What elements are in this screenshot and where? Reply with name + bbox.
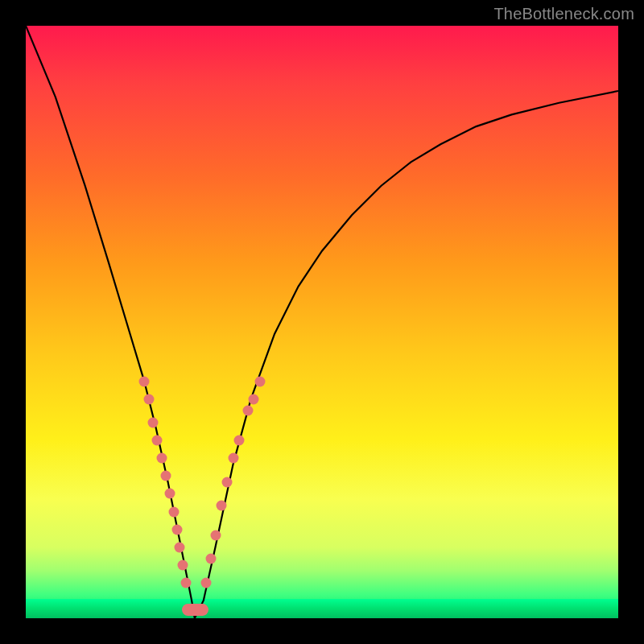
curve-marker [216,501,226,511]
curve-marker [180,577,191,588]
curve-bottom-cluster [182,604,208,616]
curve-marker [233,436,244,446]
watermark-text: TheBottleneck.com [493,5,634,23]
curve-marker [201,577,212,588]
curve-marker [228,453,238,464]
curve-marker [161,471,171,481]
curve-marker [139,376,150,386]
curve-marker [210,530,221,540]
chart-frame: TheBottleneck.com [0,0,644,644]
curve-marker [164,489,175,499]
bottleneck-curve [26,26,618,618]
curve-marker [243,406,254,416]
curve-marker [157,453,167,464]
curve-marker [178,559,188,570]
curve-marker [175,542,185,552]
curve-marker [152,436,163,446]
curve-marker [205,554,216,564]
plot-area [26,26,618,618]
curve-marker [148,418,159,428]
curve-marker [169,506,180,517]
curve-marker [171,524,182,535]
curve-marker [249,394,259,404]
curve-marker [254,376,265,386]
curve-marker [144,394,155,404]
curve-marker [222,477,233,487]
